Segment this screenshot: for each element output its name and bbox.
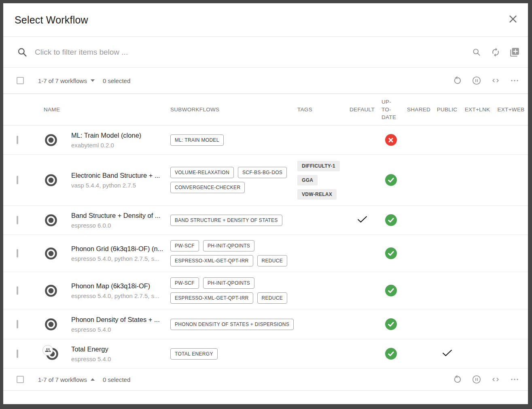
up-to-date-cell <box>377 247 404 259</box>
table-row[interactable]: Electronic Band Structure + ... vasp 5.4… <box>3 155 528 206</box>
subworkflow-chips: ML: TRAIN MODEL <box>170 134 297 146</box>
code-icon[interactable] <box>490 374 501 385</box>
table-toolbar-top: 1-7 of 7 workflows 0 selected <box>3 68 528 94</box>
table-row[interactable]: Phonon Map (6k3q18i-OF) espresso 5.4.0, … <box>3 272 528 309</box>
selected-count-label: 0 selected <box>103 77 130 84</box>
row-checkbox[interactable] <box>17 320 18 328</box>
subworkflow-chips: VOLUME-RELAXATIONSCF-BS-BG-DOSCONVERGENC… <box>170 167 297 193</box>
subworkflow-chip: PW-SCF <box>170 277 199 289</box>
col-header-shared[interactable]: SHARED <box>404 107 433 113</box>
subworkflow-chip: PH-INIT-QPOINTS <box>203 240 254 251</box>
table-toolbar-bottom: 1-7 of 7 workflows 0 selected <box>3 369 528 391</box>
undo-icon[interactable] <box>452 75 463 86</box>
chevron-down-icon[interactable] <box>91 79 95 82</box>
workflow-applications: espresso 5.4.0 <box>71 326 166 333</box>
col-header-name[interactable]: NAME <box>31 107 170 113</box>
workflow-applications: espresso 5.4.0, python 2.7.5, s... <box>71 255 166 262</box>
workflow-name: ML: Train Model (clone) <box>71 132 166 139</box>
table-header-row: NAME SUBWORKFLOWS TAGS DEFAULT UP-TO-DAT… <box>3 94 528 126</box>
up-to-date-pass-badge <box>385 214 397 226</box>
chevron-up-icon[interactable] <box>91 378 95 381</box>
subworkflow-chips: BAND STRUCTURE + DENSITY OF STATES <box>170 215 297 226</box>
pause-circle-icon[interactable] <box>471 374 482 385</box>
workflow-applications: espresso 5.4.0, python 2.7.5, s... <box>71 292 166 299</box>
col-header-ext-lnk[interactable]: EXT+LNK <box>461 107 494 113</box>
subworkflow-chip: BAND STRUCTURE + DENSITY OF STATES <box>170 215 282 226</box>
workflow-name: Band Structure + Density of ... <box>71 212 166 219</box>
up-to-date-cell <box>377 348 404 360</box>
select-workflow-modal: Select Workflow 1-7 of 7 workflows <box>3 3 528 404</box>
refresh-sync-icon[interactable] <box>490 47 501 58</box>
select-all-checkbox[interactable] <box>17 77 24 84</box>
table-row[interactable]: Phonon Grid (6k3q18i-OF) (n... espresso … <box>3 235 528 272</box>
up-to-date-fail-badge <box>385 134 397 146</box>
workflow-type-icon <box>31 346 71 362</box>
col-header-tags[interactable]: TAGS <box>297 107 347 113</box>
pause-circle-icon[interactable] <box>471 75 482 86</box>
up-to-date-cell <box>377 318 404 330</box>
subworkflow-chip: VOLUME-RELAXATION <box>170 167 234 178</box>
default-cell <box>347 216 377 224</box>
table-row[interactable]: Band Structure + Density of ... espresso… <box>3 206 528 235</box>
radio-icon <box>31 318 71 331</box>
select-all-checkbox[interactable] <box>17 376 24 383</box>
up-to-date-cell <box>377 214 404 226</box>
col-header-ext-web[interactable]: EXT+WEB <box>494 107 528 113</box>
subworkflow-chip: REDUCE <box>257 255 287 266</box>
filter-bar <box>3 37 528 68</box>
workflow-applications: espresso 5.4.0 <box>71 356 166 362</box>
col-header-default[interactable]: DEFAULT <box>347 107 377 113</box>
selected-count-label: 0 selected <box>103 376 130 383</box>
radio-icon <box>31 134 71 147</box>
filter-input[interactable] <box>35 48 471 57</box>
up-to-date-pass-badge <box>385 285 397 296</box>
subworkflow-chip: PH-INIT-QPOINTS <box>203 277 254 289</box>
pagination-range-label[interactable]: 1-7 of 7 workflows <box>38 77 87 84</box>
up-to-date-pass-badge <box>385 348 397 360</box>
up-to-date-pass-badge <box>385 174 397 186</box>
close-icon <box>508 14 518 26</box>
subworkflow-chips: TOTAL ENERGY <box>170 348 297 360</box>
shared-people-icon <box>42 345 53 356</box>
table-row[interactable]: Phonon Density of States + ... espresso … <box>3 309 528 339</box>
close-button[interactable] <box>507 14 519 26</box>
col-header-up-to-date[interactable]: UP-TO-DATE <box>377 98 404 121</box>
radio-icon <box>31 247 71 260</box>
library-add-icon[interactable] <box>509 47 520 58</box>
row-checkbox[interactable] <box>17 216 18 224</box>
table-row[interactable]: Total Energy espresso 5.4.0 TOTAL ENERGY <box>3 339 528 369</box>
subworkflow-chip: SCF-BS-BG-DOS <box>238 167 287 178</box>
pagination-range-label[interactable]: 1-7 of 7 workflows <box>38 376 87 383</box>
modal-header: Select Workflow <box>3 3 528 37</box>
modal-title: Select Workflow <box>15 14 88 26</box>
subworkflow-chips: PW-SCFPH-INIT-QPOINTSESPRESSO-XML-GET-QP… <box>170 277 297 304</box>
undo-icon[interactable] <box>452 374 463 385</box>
subworkflow-chips: PW-SCFPH-INIT-QPOINTSESPRESSO-XML-GET-QP… <box>170 240 297 266</box>
more-options-icon[interactable] <box>509 75 520 86</box>
tag-chip: VDW-RELAX <box>297 189 337 200</box>
subworkflow-chip: PHONON DENSITY OF STATES + DISPERSIONS <box>170 319 294 330</box>
up-to-date-pass-badge <box>385 247 397 259</box>
row-checkbox[interactable] <box>17 249 18 258</box>
table-row[interactable]: ML: Train Model (clone) exabyteml 0.2.0 … <box>3 126 528 155</box>
search-action-icon[interactable] <box>471 47 482 58</box>
workflow-applications: vasp 5.4.4, python 2.7.5 <box>71 182 166 189</box>
row-checkbox[interactable] <box>17 176 18 184</box>
workflow-applications: exabyteml 0.2.0 <box>71 142 166 149</box>
public-check-icon <box>442 349 452 358</box>
row-checkbox[interactable] <box>17 286 18 295</box>
radio-icon <box>31 214 71 227</box>
subworkflow-chips: PHONON DENSITY OF STATES + DISPERSIONS <box>170 319 297 330</box>
tag-chips: DIFFICULTY-1GGAVDW-RELAX <box>297 161 347 200</box>
col-header-subworkflows[interactable]: SUBWORKFLOWS <box>170 107 297 113</box>
col-header-public[interactable]: PUBLIC <box>433 107 461 113</box>
more-options-icon[interactable] <box>509 374 520 385</box>
workflow-name: Phonon Density of States + ... <box>71 316 166 324</box>
subworkflow-chip: ML: TRAIN MODEL <box>170 134 224 146</box>
code-icon[interactable] <box>490 75 501 86</box>
row-checkbox[interactable] <box>17 349 18 358</box>
modal-footer-spacer <box>3 391 528 404</box>
subworkflow-chip: ESPRESSO-XML-GET-QPT-IRR <box>170 255 253 266</box>
subworkflow-chip: PW-SCF <box>170 240 199 251</box>
row-checkbox[interactable] <box>17 136 18 144</box>
